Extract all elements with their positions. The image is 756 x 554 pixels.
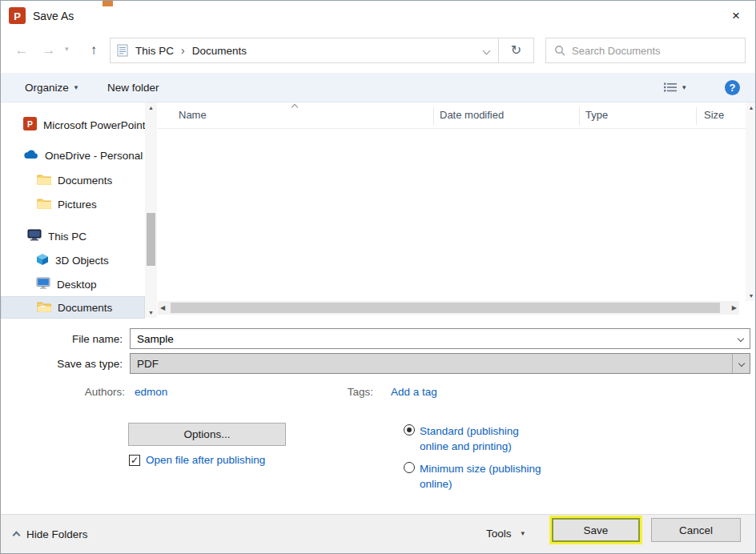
save-as-type-combobox[interactable]: PDF (130, 353, 750, 374)
scroll-up-icon[interactable]: ▲ (746, 105, 756, 110)
view-options-button[interactable]: ▾ (664, 73, 686, 102)
file-name-input[interactable] (131, 333, 732, 345)
horizontal-scrollbar-thumb[interactable] (171, 303, 720, 313)
screen-artifact (103, 1, 113, 6)
cancel-button[interactable]: Cancel (651, 518, 741, 542)
file-list-empty-area (158, 129, 746, 301)
save-button[interactable]: Save (552, 518, 640, 542)
chevron-down-icon: ▾ (74, 83, 78, 91)
breadcrumb-documents[interactable]: Documents (192, 45, 247, 57)
breadcrumb-this-pc[interactable]: This PC (135, 45, 174, 57)
scroll-down-icon[interactable]: ▼ (145, 310, 157, 315)
tools-label: Tools (486, 528, 512, 540)
sidebar-item-3d-objects[interactable]: 3D Objects (1, 249, 145, 271)
close-icon[interactable]: × (725, 6, 747, 26)
optimize-standard-label[interactable]: Standard (publishing online and printing… (420, 424, 541, 454)
sidebar-item-label: Microsoft PowerPoint (43, 119, 145, 131)
column-header-size[interactable]: Size (704, 109, 724, 121)
sidebar-item-label: Desktop (57, 279, 145, 291)
computer-icon (27, 229, 42, 243)
help-button[interactable]: ? (725, 80, 740, 95)
sidebar-item-label: Documents (58, 302, 144, 314)
refresh-icon: ↻ (511, 43, 521, 57)
search-input[interactable] (565, 45, 745, 57)
sidebar-item-pictures[interactable]: Pictures (1, 193, 145, 215)
sidebar-item-label: 3D Objects (55, 255, 145, 267)
file-name-combobox[interactable] (130, 328, 750, 349)
combo-chevron-icon[interactable] (732, 329, 750, 348)
scroll-left-icon[interactable]: ◀ (160, 304, 165, 311)
organize-label: Organize (25, 82, 69, 94)
svg-text:P: P (27, 120, 33, 129)
tools-dropdown-button[interactable]: Tools ▾ (486, 521, 525, 545)
sidebar-item-desktop[interactable]: Desktop (1, 273, 145, 295)
chevron-down-icon: ▾ (521, 529, 525, 537)
tags-label: Tags: (309, 386, 373, 398)
save-as-type-label: Save as type: (1, 358, 123, 370)
authors-label: Authors: (1, 386, 125, 398)
svg-text:P: P (14, 10, 21, 22)
optimize-minimum-label[interactable]: Minimum size (publishing online) (420, 461, 541, 492)
file-name-label: File name: (1, 333, 123, 345)
save-as-dialog: P Save As × ← → ▾ ↑ This PC › Documents … (0, 0, 756, 554)
optimize-minimum-radio[interactable] (404, 462, 415, 473)
sidebar-item-documents[interactable]: Documents (1, 169, 145, 191)
command-bar: Organize ▾ New folder ▾ ? (1, 73, 756, 102)
breadcrumb[interactable]: This PC › Documents (110, 38, 499, 63)
horizontal-scrollbar[interactable]: ◀ ▶ (158, 301, 739, 315)
options-button[interactable]: Options... (128, 423, 286, 446)
up-button[interactable]: ↑ (82, 39, 105, 62)
address-dropdown-chevron-icon[interactable] (483, 46, 491, 54)
powerpoint-icon: P (9, 7, 26, 26)
sidebar-item-label: OneDrive - Personal (45, 150, 145, 162)
chevron-up-icon (13, 532, 21, 540)
new-folder-label: New folder (107, 82, 159, 94)
folder-icon (37, 174, 51, 187)
sidebar-scrollbar[interactable]: ▲ ▼ (145, 102, 157, 318)
sidebar-item-microsoft-powerpoint[interactable]: P Microsoft PowerPoint (1, 114, 145, 136)
sidebar-item-onedrive[interactable]: OneDrive - Personal (1, 144, 145, 167)
open-after-publishing-checkbox[interactable]: ✓ (129, 455, 140, 466)
powerpoint-icon: P (23, 117, 37, 133)
onedrive-cloud-icon (23, 150, 38, 162)
chevron-down-icon: ▾ (682, 83, 686, 91)
authors-value[interactable]: edmon (135, 386, 167, 398)
file-list-header: Name Date modified Type Size (158, 102, 746, 129)
window-title: Save As (33, 1, 74, 31)
optimize-standard-radio[interactable] (404, 424, 415, 436)
sidebar-item-label: Documents (58, 175, 145, 187)
recent-locations-chevron-icon[interactable]: ▾ (65, 45, 69, 53)
sidebar-item-this-pc[interactable]: This PC (1, 225, 145, 247)
hide-folders-label: Hide Folders (26, 528, 88, 540)
save-as-type-value: PDF (131, 358, 732, 370)
folder-icon (37, 198, 51, 211)
refresh-button[interactable]: ↻ (498, 38, 534, 63)
scroll-right-icon[interactable]: ▶ (732, 304, 737, 311)
vertical-scrollbar[interactable]: ▲ ▼ (746, 102, 756, 301)
forward-button[interactable]: → (38, 39, 60, 62)
column-divider[interactable] (579, 107, 580, 125)
add-tag-link[interactable]: Add a tag (391, 386, 437, 398)
documents-folder-icon (37, 301, 51, 315)
scroll-up-icon[interactable]: ▲ (145, 105, 157, 110)
column-header-name[interactable]: Name (179, 109, 207, 121)
checkmark-icon: ✓ (131, 455, 139, 466)
search-icon (554, 45, 565, 56)
column-header-type[interactable]: Type (585, 109, 608, 121)
new-folder-button[interactable]: New folder (107, 73, 159, 102)
sidebar-item-documents-selected[interactable]: Documents (1, 296, 145, 319)
back-button[interactable]: ← (10, 39, 33, 62)
column-divider[interactable] (433, 107, 434, 125)
details-view-icon (664, 82, 677, 92)
column-divider[interactable] (696, 107, 697, 125)
organize-button[interactable]: Organize ▾ (25, 73, 78, 102)
hide-folders-button[interactable]: Hide Folders (14, 524, 88, 544)
title-bar: P Save As × (1, 1, 755, 31)
footer-bar: Hide Folders Tools ▾ Save Cancel (1, 514, 756, 554)
column-header-date-modified[interactable]: Date modified (440, 109, 504, 121)
combo-chevron-icon[interactable] (732, 354, 750, 373)
sidebar-scrollbar-thumb[interactable] (147, 213, 155, 266)
open-after-publishing-label[interactable]: Open file after publishing (146, 454, 265, 466)
scroll-down-icon[interactable]: ▼ (746, 293, 756, 299)
3d-cube-icon (36, 253, 49, 268)
